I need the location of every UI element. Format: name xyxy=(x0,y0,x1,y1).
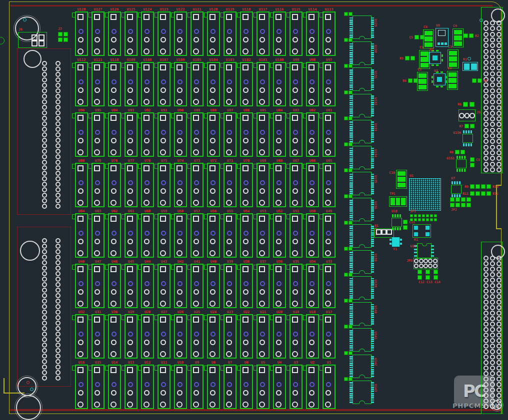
pad-white[interactable] xyxy=(242,402,248,408)
pad-blue[interactable] xyxy=(161,382,166,387)
through-hole-pad[interactable] xyxy=(490,360,495,365)
through-hole-pad[interactable] xyxy=(484,94,488,99)
pad-blue[interactable] xyxy=(293,29,298,34)
pad-square-pin1[interactable] xyxy=(176,64,182,70)
through-hole-pad[interactable] xyxy=(484,82,488,87)
bypass-cap[interactable] xyxy=(344,168,352,172)
pad-square-pin1[interactable] xyxy=(144,216,150,222)
through-hole-pad[interactable] xyxy=(490,133,495,138)
pad-square-pin1[interactable] xyxy=(308,317,314,323)
through-hole-pad[interactable] xyxy=(42,370,47,375)
through-hole-pad[interactable] xyxy=(490,105,495,110)
pad-blue[interactable] xyxy=(260,79,265,84)
header-pin[interactable] xyxy=(466,203,471,207)
pad-blue[interactable] xyxy=(112,332,116,337)
smd-capacitor[interactable]: C10 xyxy=(396,170,407,189)
through-hole-pad[interactable] xyxy=(490,128,495,133)
relay-socket[interactable]: U85 xyxy=(256,112,270,157)
through-hole-pad[interactable] xyxy=(42,105,47,110)
through-hole-pad[interactable] xyxy=(56,182,60,187)
through-hole-pad[interactable] xyxy=(42,354,47,359)
header-pin[interactable] xyxy=(426,214,429,217)
relay-socket[interactable]: U27 xyxy=(158,314,170,359)
pad-white[interactable] xyxy=(78,351,84,357)
relay-socket[interactable]: U24 xyxy=(207,314,220,359)
relay-socket[interactable]: U57 xyxy=(190,213,204,258)
pad-white[interactable] xyxy=(259,250,265,256)
pad-square-pin1[interactable] xyxy=(308,216,314,222)
power-connector[interactable]: J6 xyxy=(18,32,47,48)
through-hole-pad[interactable] xyxy=(490,37,495,42)
pad-white[interactable] xyxy=(193,48,199,54)
bypass-cap[interactable] xyxy=(344,116,352,120)
through-hole-pad[interactable] xyxy=(496,338,502,343)
through-hole-pad[interactable] xyxy=(484,71,488,76)
pad-white[interactable] xyxy=(210,390,216,396)
through-hole-pad[interactable] xyxy=(496,278,502,283)
through-hole-pad[interactable] xyxy=(496,65,502,70)
pad-blue[interactable] xyxy=(310,382,314,387)
header-pin[interactable] xyxy=(456,197,460,202)
pad-white[interactable] xyxy=(110,301,116,307)
relay-socket[interactable]: U94 xyxy=(108,112,121,157)
pad-white[interactable] xyxy=(160,301,166,307)
pad-square-pin1[interactable] xyxy=(276,216,282,222)
header-pin[interactable] xyxy=(424,259,428,263)
relay-socket[interactable]: U98 xyxy=(306,62,319,106)
through-hole-pad[interactable] xyxy=(484,278,488,283)
pad-square-pin1[interactable] xyxy=(210,115,216,121)
through-hole-pad[interactable] xyxy=(56,198,60,203)
through-hole-pad[interactable] xyxy=(496,77,502,82)
through-hole-pad[interactable] xyxy=(484,272,488,277)
pad-blue[interactable] xyxy=(95,281,100,286)
relay-socket[interactable]: U93 xyxy=(124,112,138,157)
pad-white[interactable] xyxy=(226,138,232,143)
pad-white[interactable] xyxy=(292,390,298,396)
through-hole-pad[interactable] xyxy=(42,348,47,353)
relay-socket[interactable]: U103 xyxy=(224,62,236,106)
pad-white[interactable] xyxy=(128,390,133,396)
pad-white[interactable] xyxy=(160,188,166,194)
header-pin[interactable] xyxy=(433,259,438,263)
pad-white[interactable] xyxy=(292,87,298,93)
through-hole-pad[interactable] xyxy=(496,116,502,121)
pad-square-pin1[interactable] xyxy=(193,266,199,272)
pad-blue[interactable] xyxy=(293,79,298,84)
through-hole-pad[interactable] xyxy=(496,105,502,110)
relay-socket[interactable]: U15 xyxy=(92,365,104,409)
through-hole-pad[interactable] xyxy=(490,382,495,387)
pad-square-pin1[interactable] xyxy=(292,165,298,171)
relay-socket[interactable]: U90 xyxy=(174,112,187,157)
through-hole-pad[interactable] xyxy=(496,167,502,172)
smd-capacitor[interactable]: C4 xyxy=(447,71,458,90)
pad-white[interactable] xyxy=(144,188,150,194)
relay-socket[interactable]: U46 xyxy=(108,264,121,308)
pad-white[interactable] xyxy=(210,138,216,143)
through-hole-pad[interactable] xyxy=(484,60,488,65)
pad-white[interactable] xyxy=(210,289,216,295)
dip-ic[interactable]: U133 xyxy=(352,120,372,143)
pad-white[interactable] xyxy=(193,99,199,105)
smd-passive[interactable]: R6 xyxy=(463,102,474,107)
pad-square-pin1[interactable] xyxy=(210,317,216,323)
pad-white[interactable] xyxy=(127,250,133,256)
pad-white[interactable] xyxy=(276,149,282,155)
through-hole-pad[interactable] xyxy=(496,377,502,382)
relay-socket[interactable]: U72 xyxy=(207,163,220,207)
relay-socket[interactable]: U62 xyxy=(108,213,121,258)
relay-socket[interactable]: U76 xyxy=(141,163,154,207)
through-hole-pad[interactable] xyxy=(56,354,60,359)
through-hole-pad[interactable] xyxy=(56,337,60,342)
through-hole-pad[interactable] xyxy=(42,204,47,209)
pad-white[interactable] xyxy=(127,99,133,105)
smd-capacitor[interactable]: C6 xyxy=(423,29,434,48)
pad-white[interactable] xyxy=(144,99,150,105)
through-hole-pad[interactable] xyxy=(496,60,502,65)
relay-socket[interactable]: U40 xyxy=(207,264,220,308)
pad-square-pin1[interactable] xyxy=(193,14,199,20)
relay-socket[interactable]: U102 xyxy=(240,62,253,106)
relay-socket[interactable]: U125 xyxy=(124,11,138,56)
pad-white[interactable] xyxy=(259,48,265,54)
pad-white[interactable] xyxy=(292,301,298,307)
relay-socket[interactable]: U96 xyxy=(75,112,88,157)
